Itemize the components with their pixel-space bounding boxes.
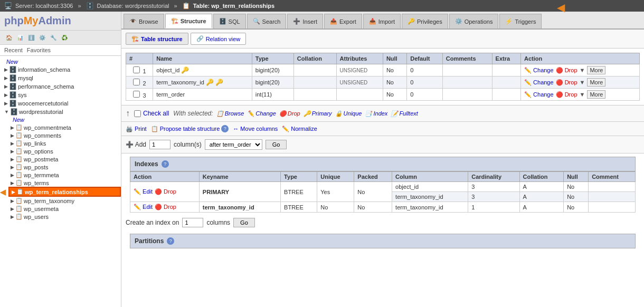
index-action[interactable]: 📑 Index <box>365 110 387 117</box>
sidebar-item-sys[interactable]: ▶ 🗄️ sys <box>2 91 121 99</box>
table-label[interactable]: wp_options <box>24 148 53 155</box>
idx-drop-primary[interactable]: 🔴 Drop <box>155 188 176 195</box>
add-columns-input[interactable] <box>149 140 171 149</box>
idx-column-1: object_id <box>392 182 468 192</box>
print-link[interactable]: 🖨️ Print <box>126 126 147 132</box>
breadcrumb-table[interactable]: Table: wp_term_relationships <box>193 3 274 9</box>
db-label[interactable]: sys <box>18 92 27 98</box>
sub-tab-table-structure[interactable]: 🏗️ Table structure <box>126 33 188 45</box>
sidebar-item-woocommerce[interactable]: ▶ 🗄️ woocemercetutorial <box>2 99 121 108</box>
home-icon[interactable]: 🏠 <box>4 33 14 42</box>
browse-action[interactable]: 📋 Browse <box>216 110 244 117</box>
chart-icon[interactable]: 📊 <box>15 33 25 42</box>
breadcrumb-database[interactable]: Database: wordpresstutorial <box>97 3 169 9</box>
change-button-3[interactable]: ✏️ Change <box>524 91 554 98</box>
change-action[interactable]: ✏️ Change <box>247 110 276 117</box>
tab-export[interactable]: 📤 Export <box>324 14 362 28</box>
sidebar-item-information-schema[interactable]: ▶ 🗄️ information_schema <box>2 65 121 74</box>
partitions-info-icon[interactable]: ? <box>167 237 174 245</box>
sidebar-item-performance-schema[interactable]: ▶ 🗄️ performance_schema <box>2 82 121 91</box>
more-button-2[interactable]: More <box>587 78 605 87</box>
primary-action[interactable]: 🔑 Primary <box>304 110 332 117</box>
row-attributes: UNSIGNED <box>336 64 383 76</box>
table-label[interactable]: wp_termmeta <box>24 172 59 178</box>
breadcrumb-server[interactable]: Server: localhost:3306 <box>15 3 73 9</box>
sidebar-item-wp-termmeta[interactable]: ▶ 📋 wp_termmeta <box>8 171 121 179</box>
idx-edit-taxonomy[interactable]: ✏️ Edit <box>134 204 153 210</box>
sidebar-item-new-wp[interactable]: New <box>11 116 121 123</box>
tab-sql[interactable]: 🗄️ SQL <box>213 14 246 28</box>
tab-browse[interactable]: 👁️ Browse <box>124 14 164 28</box>
create-index-input[interactable] <box>182 218 203 227</box>
drop-button-2[interactable]: 🔴 Drop <box>556 79 577 86</box>
tab-insert[interactable]: ➕ Insert <box>287 14 323 28</box>
tab-triggers[interactable]: ⚡ Triggers <box>499 14 542 28</box>
table-label[interactable]: wp_term_relationships <box>25 189 88 195</box>
propose-link[interactable]: 📋 Propose table structure ? <box>151 125 229 132</box>
unique-action[interactable]: 🔒 Unique <box>335 110 362 117</box>
tab-operations[interactable]: ⚙️ Operations <box>449 14 499 28</box>
sidebar-item-new-top[interactable]: New <box>4 58 121 65</box>
add-go-button[interactable]: Go <box>266 140 287 149</box>
db-label[interactable]: woocemercetutorial <box>18 100 68 107</box>
sidebar-item-wp-options[interactable]: ▶ 📋 wp_options <box>8 147 121 155</box>
sidebar-item-wp-term-relationships[interactable]: ▶ 📋 wp_term_relationships ◀ <box>8 187 121 197</box>
move-columns-link[interactable]: ↔️ Move columns <box>233 126 278 132</box>
indexes-info-icon[interactable]: ? <box>162 160 169 168</box>
row-checkbox-3[interactable] <box>133 91 140 98</box>
sidebar-item-wp-term-taxonomy[interactable]: ▶ 📋 wp_term_taxonomy <box>8 197 121 205</box>
db-label[interactable]: performance_schema <box>18 83 74 90</box>
sidebar-item-wordpress[interactable]: ▼ 🗄️ wordpresstutorial <box>2 108 121 116</box>
recent-link[interactable]: Recent <box>4 47 23 53</box>
sync-icon[interactable]: ♻️ <box>60 33 69 42</box>
drop-button-3[interactable]: 🔴 Drop <box>556 91 577 98</box>
info-icon[interactable]: ℹ️ <box>26 33 36 42</box>
sidebar-item-wp-users[interactable]: ▶ 📋 wp_users <box>8 213 121 220</box>
favorites-link[interactable]: Favorites <box>27 47 51 53</box>
more-button-3[interactable]: More <box>587 90 605 99</box>
table-label[interactable]: wp_posts <box>24 164 48 170</box>
drop-button-1[interactable]: 🔴 Drop <box>556 67 577 74</box>
db-label[interactable]: mysql <box>18 75 33 81</box>
sidebar-item-mysql[interactable]: ▶ 🗄️ mysql <box>2 74 121 82</box>
sidebar-item-wp-links[interactable]: ▶ 📋 wp_links <box>8 139 121 147</box>
table-label[interactable]: wp_usermeta <box>24 206 59 212</box>
normalize-link[interactable]: ✏️ Normalize <box>282 126 317 132</box>
sidebar-item-wp-commentmeta[interactable]: ▶ 📋 wp_commentmeta <box>8 123 121 131</box>
sidebar-item-wp-postmeta[interactable]: ▶ 📋 wp_postmeta <box>8 155 121 163</box>
table-label[interactable]: wp_comments <box>24 132 61 139</box>
row-checkbox-2[interactable] <box>133 79 140 85</box>
table-label[interactable]: wp_links <box>24 140 46 147</box>
sidebar-item-wp-terms[interactable]: ▶ 📋 wp_terms <box>8 179 121 187</box>
change-button-1[interactable]: ✏️ Change <box>524 67 554 74</box>
change-button-2[interactable]: ✏️ Change <box>524 79 554 86</box>
sub-tab-relation-view[interactable]: 🔗 Relation view <box>191 33 246 45</box>
sidebar-item-wp-usermeta[interactable]: ▶ 📋 wp_usermeta <box>8 205 121 213</box>
table-label[interactable]: wp_postmeta <box>24 156 58 162</box>
idx-edit-primary[interactable]: ✏️ Edit <box>134 188 153 195</box>
check-all-checkbox[interactable] <box>134 110 141 117</box>
row-checkbox-1[interactable] <box>133 66 140 73</box>
tools-icon[interactable]: 🔧 <box>49 33 58 42</box>
drop-action[interactable]: 🔴 Drop <box>279 110 300 117</box>
tab-privileges[interactable]: 🔑 Privileges <box>402 14 448 28</box>
table-label[interactable]: wp_terms <box>24 180 49 186</box>
fulltext-action[interactable]: 📝 Fulltext <box>391 110 418 117</box>
propose-info-icon[interactable]: ? <box>221 125 229 132</box>
check-all-label[interactable]: Check all <box>143 110 169 117</box>
sidebar-item-wp-posts[interactable]: ▶ 📋 wp_posts <box>8 163 121 171</box>
create-index-go-button[interactable]: Go <box>233 218 255 227</box>
table-label[interactable]: wp_term_taxonomy <box>24 198 74 204</box>
sidebar-item-wp-comments[interactable]: ▶ 📋 wp_comments <box>8 131 121 139</box>
position-select[interactable]: after term_order at beginning <box>205 139 262 150</box>
settings-icon[interactable]: ⚙️ <box>37 33 47 42</box>
table-label[interactable]: wp_users <box>24 214 49 220</box>
db-label[interactable]: wordpresstutorial <box>19 109 63 115</box>
idx-drop-taxonomy[interactable]: 🔴 Drop <box>155 204 176 210</box>
tab-import[interactable]: 📥 Import <box>363 14 401 28</box>
more-button-1[interactable]: More <box>587 66 605 74</box>
tab-search[interactable]: 🔍 Search <box>247 14 287 28</box>
db-label[interactable]: information_schema <box>18 66 70 73</box>
table-label[interactable]: wp_commentmeta <box>24 124 71 131</box>
tab-structure[interactable]: 🏗️ Structure <box>165 14 212 28</box>
